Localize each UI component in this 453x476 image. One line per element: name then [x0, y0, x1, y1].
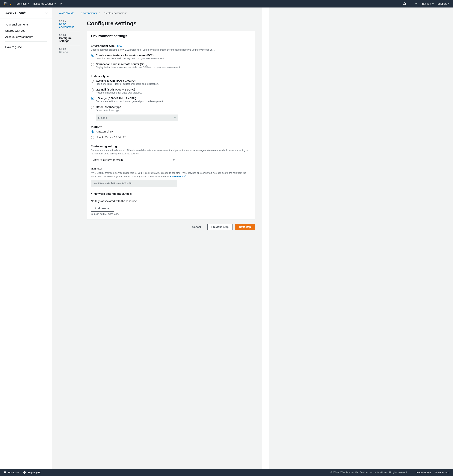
aws-logo[interactable]: aws — [4, 1, 11, 6]
close-icon[interactable]: ✕ — [45, 11, 48, 15]
env-type-ec2-radio[interactable] — [91, 54, 94, 57]
privacy-link[interactable]: Privacy Policy — [416, 471, 431, 474]
support-label: Support — [438, 2, 447, 5]
caret-right-icon — [91, 193, 92, 194]
cost-saving-value: After 30 minutes (default) — [93, 158, 123, 162]
service-sidebar: AWS Cloud9 ✕ Your environments Shared wi… — [0, 7, 52, 469]
wizard-steps: Step 1 Name environment Step 2 Configure… — [59, 20, 80, 230]
learn-more-link[interactable]: Learn more — [170, 175, 186, 178]
step-1[interactable]: Step 1 Name environment — [59, 20, 80, 31]
copyright-text: © 2008 - 2020, Amazon Web Services, Inc.… — [330, 471, 407, 474]
option-label: Connect and run in remote server (SSH) — [96, 63, 181, 66]
cost-saving-select[interactable]: After 30 minutes (default) — [91, 157, 177, 163]
wizard-actions: Cancel Previous step Next step — [87, 224, 255, 230]
learn-more-text: Learn more — [170, 175, 183, 178]
resource-groups-menu[interactable]: Resource Groups — [33, 2, 56, 5]
panel-title: Environment settings — [91, 34, 251, 38]
option-label: Ubuntu Server 18.04 LTS — [96, 136, 126, 139]
instance-t2micro-radio[interactable] — [91, 80, 94, 83]
platform-amazon-linux-radio[interactable] — [91, 130, 94, 134]
chevron-down-icon — [415, 3, 417, 4]
option-label: m5.large (8 GiB RAM + 2 vCPU) — [96, 97, 163, 100]
platform-amazon-linux-option[interactable]: Amazon Linux — [91, 129, 251, 135]
instance-m5large-option[interactable]: m5.large (8 GiB RAM + 2 vCPU) Recommende… — [91, 96, 251, 105]
feedback-button[interactable]: Feedback — [4, 471, 19, 474]
instance-other-option[interactable]: Other instance type Select an instance t… — [91, 105, 251, 114]
instance-t2micro-option[interactable]: t2.micro (1 GiB RAM + 1 vCPU) Free-tier … — [91, 78, 251, 87]
cancel-button[interactable]: Cancel — [188, 224, 205, 230]
step-number: Step 1 — [59, 20, 80, 22]
step-number: Step 2 — [59, 34, 80, 36]
notifications-icon[interactable] — [403, 2, 406, 6]
instance-m5large-radio[interactable] — [91, 97, 94, 100]
account-menu[interactable] — [415, 3, 417, 4]
services-menu[interactable]: Services — [16, 2, 29, 5]
top-nav: aws Services Resource Groups Frankfurt S… — [0, 0, 453, 7]
sidebar-title: AWS Cloud9 — [5, 11, 28, 15]
instance-type-label: Instance type — [91, 75, 251, 78]
language-selector[interactable]: English (US) — [23, 471, 41, 474]
instance-type-group: Instance type t2.micro (1 GiB RAM + 1 vC… — [91, 75, 251, 121]
breadcrumb-root[interactable]: AWS Cloud9 — [59, 12, 74, 15]
region-menu[interactable]: Frankfurt — [421, 2, 434, 5]
option-desc: Display instructions to connect remotely… — [96, 66, 181, 69]
caret-down-icon — [173, 159, 175, 161]
instance-other-radio[interactable] — [91, 106, 94, 109]
console-footer: Feedback English (US) © 2008 - 2020, Ama… — [0, 469, 453, 476]
network-settings-expander[interactable]: Network settings (advanced) — [91, 191, 251, 196]
env-type-ec2-option[interactable]: Create a new instance for environment (E… — [91, 53, 251, 62]
instance-t3small-radio[interactable] — [91, 88, 94, 92]
option-desc: Recommended for small-sized web projects… — [96, 91, 142, 95]
tags-hint: You can add 50 more tags. — [91, 213, 251, 215]
terms-link[interactable]: Terms of Use — [435, 471, 449, 474]
breadcrumb: AWS Cloud9 〉 Environments 〉 Create envir… — [59, 12, 255, 15]
chevron-down-icon — [432, 3, 434, 4]
sidebar-item-howto[interactable]: How-to guide — [5, 44, 47, 50]
breadcrumb-environments[interactable]: Environments — [81, 12, 97, 15]
sidebar-item-shared[interactable]: Shared with you — [5, 28, 47, 34]
info-link[interactable]: Info — [117, 45, 122, 47]
next-step-button[interactable]: Next step — [235, 224, 255, 230]
cost-saving-desc: Choose a predetermined amount of time to… — [91, 149, 251, 155]
env-type-ssh-radio[interactable] — [91, 63, 94, 66]
cost-saving-group: Cost-saving setting Choose a predetermin… — [91, 145, 251, 163]
chevron-down-icon — [448, 3, 449, 4]
feedback-label: Feedback — [8, 471, 19, 474]
option-desc: Recommended for production and general-p… — [96, 100, 163, 103]
platform-ubuntu-radio[interactable] — [91, 136, 94, 139]
env-type-ssh-option[interactable]: Connect and run in remote server (SSH) D… — [91, 62, 251, 71]
cost-saving-label: Cost-saving setting — [91, 145, 251, 148]
environment-settings-panel: Environment settings Environment type In… — [87, 31, 255, 220]
chevron-right-icon: 〉 — [77, 12, 79, 15]
environment-type-label: Environment type — [91, 44, 115, 47]
option-label: Other instance type — [96, 106, 121, 108]
previous-step-button[interactable]: Previous step — [207, 224, 233, 230]
option-label: t3.small (2 GiB RAM + 2 vCPU) — [96, 88, 142, 91]
info-panel-toggle[interactable]: i — [262, 7, 269, 469]
environment-type-desc: Choose between creating a new EC2 instan… — [91, 48, 251, 51]
pin-icon[interactable] — [60, 2, 62, 5]
main-content: AWS Cloud9 〉 Environments 〉 Create envir… — [52, 7, 262, 469]
iam-role-desc: AWS Cloud9 creates a service-linked role… — [91, 171, 251, 178]
add-tag-button[interactable]: Add new tag — [91, 205, 114, 212]
support-menu[interactable]: Support — [438, 2, 449, 5]
other-instance-select: t3.nano — [96, 114, 178, 121]
iam-role-desc-text: AWS Cloud9 creates a service-linked role… — [91, 172, 246, 178]
sidebar-item-your-environments[interactable]: Your environments — [5, 21, 47, 28]
option-desc: Select an instance type. — [96, 109, 121, 112]
region-label: Frankfurt — [421, 2, 431, 5]
option-desc: Launch a new instance in this region to … — [96, 57, 165, 60]
svg-text:aws: aws — [4, 2, 7, 4]
chevron-down-icon — [55, 3, 56, 4]
chevron-down-icon — [28, 3, 29, 4]
step-title: Review — [59, 50, 80, 54]
step-number: Step 3 — [59, 48, 80, 50]
option-label: t2.micro (1 GiB RAM + 1 vCPU) — [96, 79, 159, 82]
sidebar-item-account-environments[interactable]: Account environments — [5, 34, 47, 40]
step-2: Step 2 Configure settings — [59, 34, 80, 45]
iam-role-group: IAM role AWS Cloud9 creates a service-li… — [91, 167, 251, 187]
instance-t3small-option[interactable]: t3.small (2 GiB RAM + 2 vCPU) Recommende… — [91, 87, 251, 96]
network-settings-label: Network settings (advanced) — [94, 192, 132, 195]
language-label: English (US) — [28, 471, 41, 474]
platform-ubuntu-option[interactable]: Ubuntu Server 18.04 LTS — [91, 135, 251, 141]
